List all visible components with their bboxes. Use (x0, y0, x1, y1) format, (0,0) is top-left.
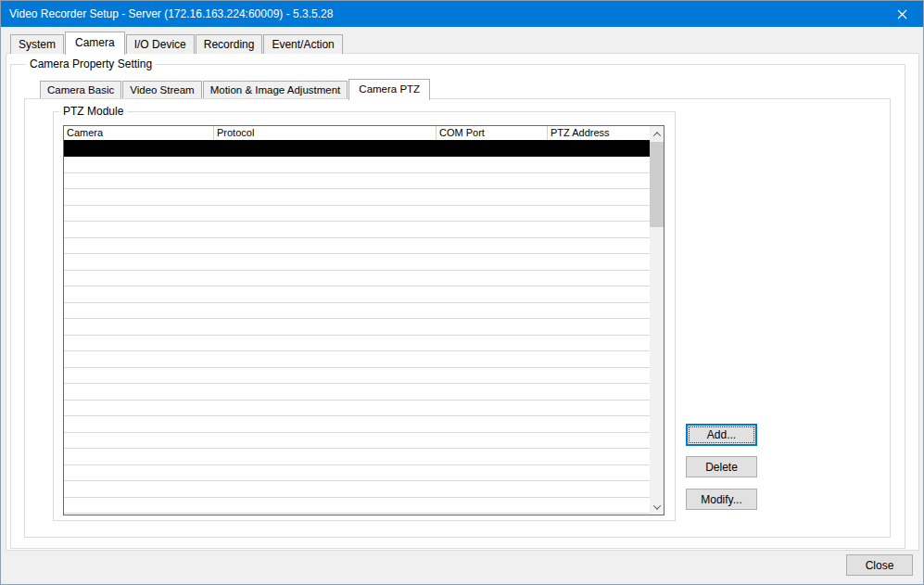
tab-motion-image-adjustment[interactable]: Motion & Image Adjustment (203, 81, 348, 98)
tab-camera-basic[interactable]: Camera Basic (40, 81, 121, 98)
scrollbar-down-button[interactable] (650, 499, 664, 515)
add-button[interactable]: Add... (686, 424, 757, 446)
camera-tab-page: Camera Property Setting Camera Basic Vid… (6, 53, 919, 551)
chevron-down-icon (652, 502, 660, 509)
scrollbar-thumb[interactable] (650, 142, 664, 227)
table-row[interactable] (64, 433, 650, 450)
table-row[interactable] (64, 173, 650, 190)
ptz-table-header: Camera Protocol COM Port PTZ Address (64, 126, 650, 140)
table-row[interactable] (64, 206, 650, 223)
chevron-up-icon (652, 132, 660, 139)
modify-button[interactable]: Modify... (686, 489, 757, 510)
close-button[interactable]: Close (846, 554, 913, 576)
delete-button[interactable]: Delete (686, 456, 757, 477)
column-header-camera[interactable]: Camera (64, 126, 214, 140)
table-row[interactable] (64, 481, 650, 498)
table-row[interactable] (64, 416, 650, 433)
table-row[interactable] (64, 222, 650, 238)
camera-property-setting-group: Camera Property Setting Camera Basic Vid… (10, 64, 905, 549)
table-row[interactable] (64, 368, 650, 385)
window-title: Video Recorder Setup - Server (172.16.16… (1, 7, 333, 20)
vertical-scrollbar[interactable] (650, 126, 664, 515)
tab-camera-ptz[interactable]: Camera PTZ (348, 79, 430, 100)
ptz-module-group: PTZ Module Camera Protocol COM Port PTZ … (53, 111, 676, 521)
table-row[interactable] (64, 336, 650, 352)
table-row[interactable] (64, 271, 650, 287)
table-row[interactable] (64, 286, 650, 303)
ptz-module-label: PTZ Module (59, 105, 127, 118)
table-row[interactable] (64, 254, 650, 271)
close-icon (897, 9, 907, 19)
main-tab-strip: System Camera I/O Device Recording Event… (10, 31, 344, 54)
table-row[interactable] (64, 238, 650, 255)
window-close-button[interactable] (881, 1, 923, 27)
tab-system[interactable]: System (10, 34, 64, 54)
column-header-com-port[interactable]: COM Port (437, 126, 548, 140)
column-header-protocol[interactable]: Protocol (214, 126, 437, 140)
table-row[interactable] (64, 465, 650, 482)
camera-property-setting-label: Camera Property Setting (26, 57, 156, 70)
camera-sub-tab-strip: Camera Basic Video Stream Motion & Image… (40, 78, 431, 99)
table-empty-rows (64, 157, 650, 515)
tab-event-action[interactable]: Event/Action (263, 34, 342, 54)
scrollbar-up-button[interactable] (650, 126, 664, 142)
table-row[interactable] (64, 384, 650, 401)
column-header-ptz-address[interactable]: PTZ Address (548, 126, 650, 140)
table-row[interactable] (64, 401, 650, 417)
table-row[interactable] (64, 303, 650, 320)
table-row[interactable] (64, 498, 650, 515)
table-row-selected[interactable] (64, 140, 650, 157)
table-row[interactable] (64, 449, 650, 465)
ptz-table: Camera Protocol COM Port PTZ Address (63, 125, 665, 515)
titlebar[interactable]: Video Recorder Setup - Server (172.16.16… (1, 1, 923, 27)
video-recorder-setup-window: Video Recorder Setup - Server (172.16.16… (0, 0, 924, 585)
table-row[interactable] (64, 319, 650, 336)
tab-video-stream[interactable]: Video Stream (122, 81, 201, 98)
tab-io-device[interactable]: I/O Device (126, 34, 195, 54)
tab-recording[interactable]: Recording (196, 34, 263, 54)
tab-camera[interactable]: Camera (65, 32, 125, 55)
camera-ptz-page: PTZ Module Camera Protocol COM Port PTZ … (24, 98, 891, 538)
table-row[interactable] (64, 189, 650, 206)
table-row[interactable] (64, 351, 650, 368)
table-row[interactable] (64, 157, 650, 173)
